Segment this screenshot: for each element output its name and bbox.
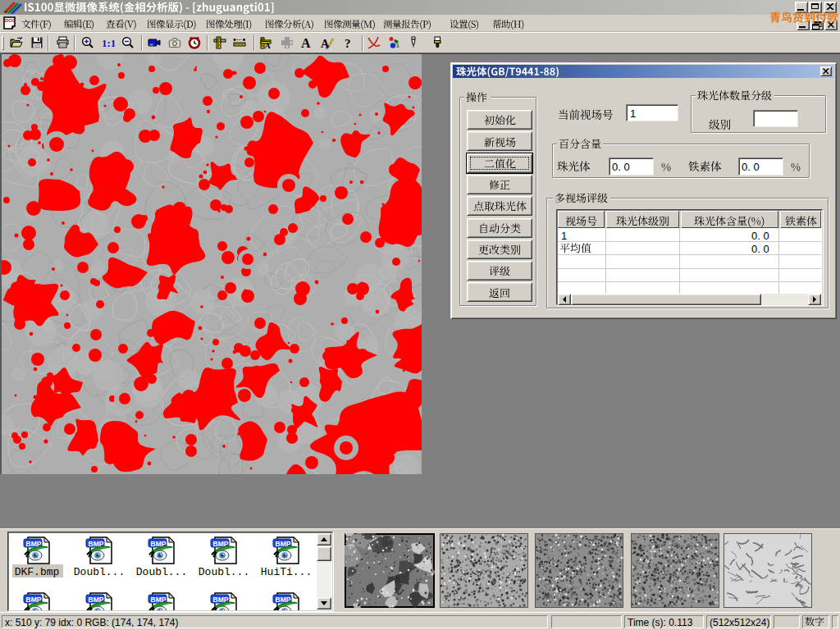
svg-text:3: 3	[396, 43, 399, 48]
svg-text:DOC: DOC	[5, 18, 16, 23]
svg-text:A: A	[265, 41, 272, 49]
svg-text:E: E	[262, 43, 264, 48]
svg-text:A: A	[321, 38, 330, 49]
svg-text:?: ?	[345, 37, 351, 49]
svg-text:A: A	[301, 36, 311, 49]
svg-text:1:1: 1:1	[102, 37, 115, 49]
